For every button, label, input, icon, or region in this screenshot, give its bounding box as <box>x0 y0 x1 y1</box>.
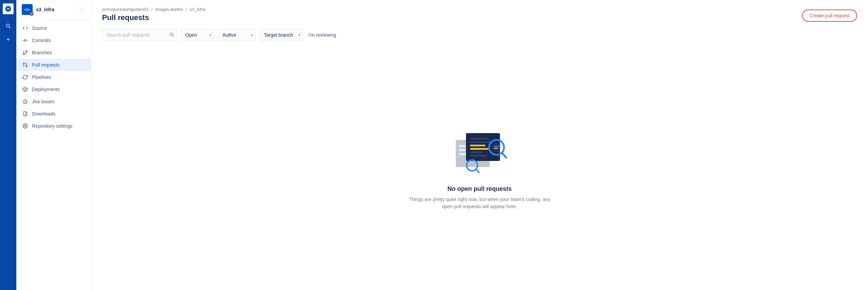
empty-state-description: Things are pretty quiet right now, but w… <box>408 196 551 210</box>
svg-point-10 <box>26 51 27 52</box>
sidebar-item-jira-issues[interactable]: Jira issues <box>16 95 91 108</box>
pull-requests-icon <box>22 61 29 68</box>
svg-line-39 <box>476 169 479 173</box>
sidebar-item-deployments[interactable]: Deployments <box>16 83 91 95</box>
svg-rect-26 <box>470 138 489 140</box>
svg-point-38 <box>469 162 475 169</box>
svg-rect-34 <box>494 146 500 147</box>
breadcrumb: pmmquickstartguides01 / ImageLabeller / … <box>102 7 205 12</box>
sidebar-nav: Source Commits Br <box>16 19 91 290</box>
commits-icon <box>22 37 29 44</box>
header-left: pmmquickstartguides01 / ImageLabeller / … <box>102 7 205 29</box>
svg-rect-31 <box>470 155 487 157</box>
page-title: Pull requests <box>102 13 205 22</box>
sidebar-item-branches[interactable]: Branches <box>16 47 91 59</box>
empty-state-title: No open pull requests <box>447 185 512 193</box>
svg-point-18 <box>24 125 26 127</box>
app-logo: W <box>3 3 14 14</box>
filters-row: Open Merged Declined All ▾ Author Any au… <box>91 29 868 47</box>
svg-point-6 <box>24 39 26 41</box>
status-dropdown[interactable]: Open Merged Declined All <box>181 29 214 41</box>
branches-icon <box>22 49 29 56</box>
icon-bar: W <box>0 0 16 290</box>
svg-line-3 <box>9 27 11 28</box>
author-dropdown[interactable]: Author Any author <box>218 29 255 41</box>
lock-badge: 🔒 <box>30 12 34 16</box>
svg-point-13 <box>23 63 24 64</box>
repo-name: s3_infra <box>36 7 54 12</box>
sidebar-item-pipelines[interactable]: Pipelines <box>16 71 91 83</box>
empty-state: No open pull requests Things are pretty … <box>91 47 868 290</box>
reviewing-filter-link[interactable]: I'm reviewing <box>307 30 337 40</box>
breadcrumb-current[interactable]: s3_infra <box>189 7 205 12</box>
svg-marker-16 <box>23 99 27 104</box>
main-header: pmmquickstartguides01 / ImageLabeller / … <box>91 0 868 29</box>
svg-rect-27 <box>470 141 492 143</box>
svg-line-36 <box>502 153 506 158</box>
create-button[interactable] <box>2 33 14 46</box>
svg-rect-30 <box>470 151 482 153</box>
main-content: pmmquickstartguides01 / ImageLabeller / … <box>91 0 868 290</box>
svg-point-12 <box>26 66 27 67</box>
author-filter-wrap: Author Any author ▾ <box>218 29 255 41</box>
sidebar-header: </> 🔒 s3_infra ‹ <box>16 0 91 19</box>
search-input-wrap <box>102 29 177 41</box>
svg-rect-35 <box>494 148 498 149</box>
sidebar-item-pull-requests[interactable]: Pull requests <box>16 59 91 71</box>
sidebar-collapse-button[interactable]: ‹ <box>77 5 85 14</box>
breadcrumb-org[interactable]: pmmquickstartguides01 <box>102 7 149 12</box>
svg-rect-29 <box>470 148 489 150</box>
sidebar: </> 🔒 s3_infra ‹ Source <box>16 0 91 290</box>
jira-icon <box>22 98 29 105</box>
sidebar-item-repository-settings[interactable]: Repository settings <box>16 120 91 132</box>
empty-illustration <box>449 126 510 177</box>
sidebar-item-commits[interactable]: Commits <box>16 34 91 47</box>
global-search-button[interactable] <box>2 20 14 32</box>
svg-text:W: W <box>7 7 10 11</box>
create-pull-request-button[interactable]: Create pull request <box>802 10 857 22</box>
target-branch-filter-wrap: Target branch Any branch ▾ <box>260 29 303 41</box>
source-icon <box>22 25 29 32</box>
breadcrumb-repo[interactable]: ImageLabeller <box>155 7 183 12</box>
svg-point-33 <box>492 143 501 152</box>
deployments-icon <box>22 86 29 93</box>
sidebar-item-source[interactable]: Source <box>16 22 91 34</box>
svg-point-2 <box>6 24 10 27</box>
sidebar-item-downloads[interactable]: Downloads <box>16 108 91 120</box>
svg-point-11 <box>23 53 24 55</box>
pipelines-icon <box>22 74 29 80</box>
target-branch-dropdown[interactable]: Target branch Any branch <box>260 29 303 41</box>
status-filter-wrap: Open Merged Declined All ▾ <box>181 29 214 41</box>
repo-icon: </> 🔒 <box>22 4 33 15</box>
downloads-icon <box>22 110 29 117</box>
search-input[interactable] <box>102 29 177 41</box>
svg-rect-28 <box>470 145 485 146</box>
settings-icon <box>22 123 29 129</box>
